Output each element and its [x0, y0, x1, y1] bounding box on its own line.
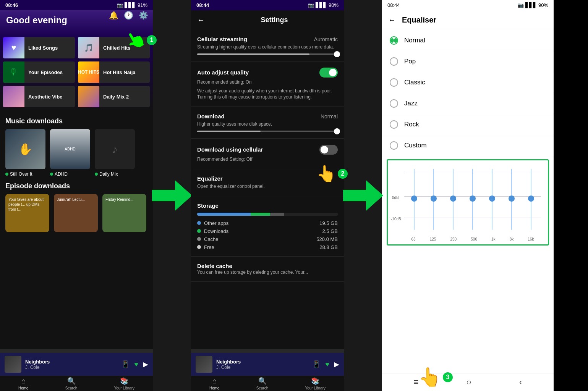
grid-card-daily-mix[interactable]: Daily Mix 2: [78, 86, 150, 107]
like-button-panel2[interactable]: ♥: [325, 360, 329, 368]
eq-dot-125[interactable]: [431, 196, 437, 202]
eq-slider-1k[interactable]: [488, 169, 496, 230]
hand-indicator-2: 👆 2: [316, 164, 348, 183]
nav-search-panel2[interactable]: 🔍 Search: [256, 377, 269, 390]
episodes-thumb: 🎙: [3, 61, 24, 83]
episode-text-2: Jumu'ah Lectu...: [57, 197, 85, 202]
eq-dot-8k[interactable]: [509, 196, 515, 202]
eq-option-custom[interactable]: Custom: [382, 135, 554, 156]
eq-slider-63[interactable]: [410, 169, 418, 230]
eq-slider-8k[interactable]: [508, 169, 515, 230]
np-info-panel2: Neighbors J. Cole: [216, 359, 308, 370]
device-icon-panel1[interactable]: 📱: [121, 360, 130, 368]
hand-indicator-3: 👆 3: [418, 367, 453, 388]
freq-label-8k: 8k: [510, 237, 514, 241]
download-header: Download Normal: [197, 113, 338, 120]
notification-icon[interactable]: 🔔: [109, 11, 118, 20]
np-controls-panel1: 📱 ♥ ▶: [121, 360, 148, 368]
auto-adjust-header: Auto adjust quality: [197, 68, 338, 78]
nav-search-panel1[interactable]: 🔍 Search: [65, 377, 78, 390]
auto-adjust-toggle[interactable]: [319, 68, 338, 78]
eq-label-pop: Pop: [404, 58, 416, 65]
download-card-daily[interactable]: ♪ Daily Mix: [95, 129, 135, 177]
storage-seg-free: [284, 213, 338, 216]
eq-dot-500[interactable]: [470, 196, 476, 202]
music-downloads-title: Music downloads: [0, 112, 153, 129]
cellular-value[interactable]: Automatic: [314, 36, 338, 42]
nav-home-panel2[interactable]: ⌂ Home: [209, 377, 220, 390]
eq-dot-63[interactable]: [411, 196, 417, 202]
your-episodes-label: Your Episodes: [24, 69, 75, 75]
screenshot-icon-p2: 📷: [308, 2, 314, 8]
eq-title: Equaliser: [402, 16, 436, 24]
battery-panel1: 91%: [138, 2, 147, 8]
eq-slider-250[interactable]: [449, 169, 457, 230]
download-cellular-toggle[interactable]: [319, 145, 338, 155]
eq-slider-125[interactable]: [430, 169, 437, 230]
eq-label-minus10db: -10dB: [391, 217, 401, 221]
settings-storage: Storage Other apps 19.5 GB Downloads 2.5…: [191, 196, 344, 257]
grid-card-hot-hits[interactable]: HOT HITS Hot Hits Naija: [78, 61, 150, 83]
eq-option-normal[interactable]: Normal: [382, 30, 554, 51]
eq-slider-16k[interactable]: [527, 169, 535, 230]
chilled-hits-img: 🎵: [78, 37, 99, 58]
settings-delete-cache[interactable]: Delete cache You can free up storage by …: [191, 257, 344, 282]
cellular-slider[interactable]: [197, 53, 338, 55]
liked-songs-label: Liked Songs: [24, 45, 75, 51]
eq-radio-pop: [390, 57, 398, 66]
like-button-panel1[interactable]: ♥: [134, 360, 138, 368]
android-menu-btn[interactable]: ≡: [414, 377, 419, 387]
back-button-eq[interactable]: ←: [388, 16, 396, 24]
now-playing-bar-panel1[interactable]: Neighbors J. Cole 📱 ♥ ▶: [0, 353, 153, 376]
grid-card-aesthetic[interactable]: Aesthetic Vibe: [3, 86, 75, 107]
eq-option-classic[interactable]: Classic: [382, 72, 554, 93]
grid-card-liked-songs[interactable]: ♥ Liked Songs: [3, 37, 75, 58]
arrow-panel-2: [344, 0, 382, 391]
legend-dot-cache: [197, 237, 201, 241]
eq-track-500: [472, 169, 473, 230]
recent-icon[interactable]: 🕐: [124, 11, 133, 20]
android-back-btn[interactable]: ‹: [519, 377, 522, 387]
now-playing-bar-panel2[interactable]: Neighbors J. Cole 📱 ♥ ▶: [191, 353, 344, 376]
nav-home-panel1[interactable]: ⌂ Home: [18, 377, 29, 390]
download-slider[interactable]: [197, 131, 338, 132]
settings-icon[interactable]: ⚙️: [139, 11, 148, 20]
eq-dot-250[interactable]: [450, 196, 456, 202]
home-icons: 🔔 🕐 ⚙️: [109, 11, 148, 20]
eq-radio-classic: [390, 78, 398, 87]
panel-settings: 08:44 📷 ▋▋▋ 90% ← Settings Cellular stre…: [191, 0, 344, 391]
episode-card-1[interactable]: Your faves are about people t... up DMs …: [5, 194, 49, 232]
eq-slider-500[interactable]: [469, 169, 476, 230]
eq-option-rock[interactable]: Rock: [382, 114, 554, 135]
download-card-adhd[interactable]: ADHD ADHD: [50, 129, 90, 177]
arrow-body-1: [152, 190, 175, 201]
play-button-panel1[interactable]: ▶: [143, 360, 148, 368]
nav-library-panel1[interactable]: 📚 Your Library: [114, 377, 134, 390]
eq-header: ← Equaliser: [382, 10, 554, 30]
download-value[interactable]: Normal: [321, 113, 338, 120]
cellular-title: Cellular streaming: [197, 36, 247, 42]
eq-track-250: [453, 169, 454, 230]
episode-card-2[interactable]: Jumu'ah Lectu...: [54, 194, 98, 232]
device-icon-panel2[interactable]: 📱: [312, 360, 321, 368]
green-dot-daily: [95, 173, 98, 176]
nav-library-panel2[interactable]: 📚 Your Library: [305, 377, 326, 390]
legend-size-downloads: 2.5 GB: [322, 228, 338, 234]
freq-label-16k: 16k: [528, 237, 534, 241]
eq-option-jazz[interactable]: Jazz: [382, 93, 554, 114]
legend-dot-downloads: [197, 229, 201, 233]
episode-card-3[interactable]: Friday Remind...: [102, 194, 146, 232]
download-card-still[interactable]: ✋ Still Over It: [5, 129, 45, 177]
eq-option-pop[interactable]: Pop: [382, 51, 554, 72]
back-button-settings[interactable]: ←: [197, 16, 205, 24]
eq-dot-1k[interactable]: [489, 196, 495, 202]
android-home-btn[interactable]: ○: [467, 377, 471, 387]
np-info-panel1: Neighbors J. Cole: [25, 359, 117, 370]
eq-radio-custom: [390, 141, 398, 150]
legend-label-other: Other apps: [204, 220, 316, 226]
eq-dot-16k[interactable]: [528, 196, 534, 202]
grid-card-your-episodes[interactable]: 🎙 Your Episodes: [3, 61, 75, 83]
eq-label-jazz: Jazz: [404, 100, 418, 107]
bottom-nav-android: ≡ ○ ‹: [382, 373, 554, 391]
play-button-panel2[interactable]: ▶: [334, 360, 339, 368]
